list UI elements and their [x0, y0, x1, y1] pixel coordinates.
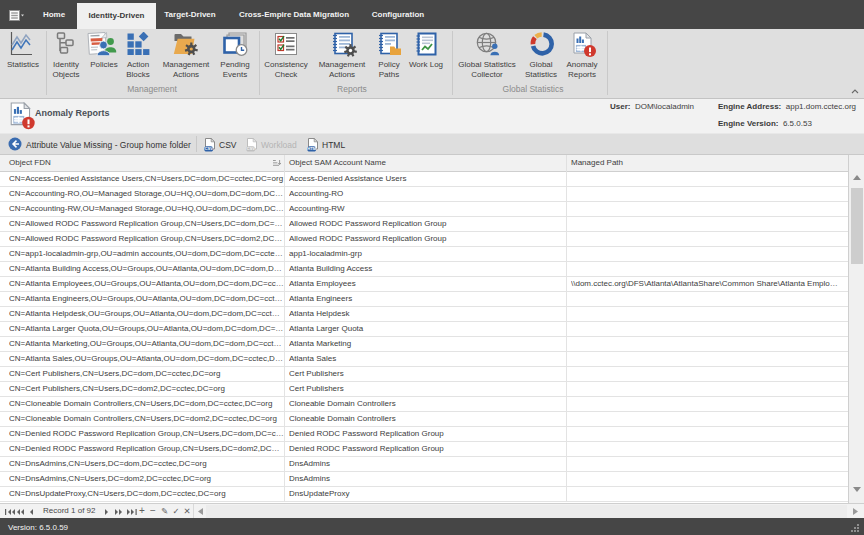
svg-text:CSV: CSV: [204, 146, 213, 151]
svg-text:CSV: CSV: [246, 146, 255, 151]
svg-text:HTM: HTM: [307, 146, 317, 151]
